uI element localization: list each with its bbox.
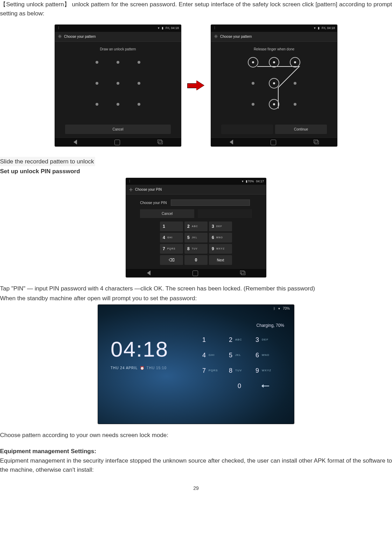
key-6[interactable]: 6MNO — [209, 233, 232, 243]
equip-para: Equipment management in the security int… — [0, 456, 392, 474]
nav-bar — [126, 268, 266, 277]
key-9[interactable]: 9WXYZ — [209, 244, 232, 254]
key-7[interactable]: 7PQRS — [160, 244, 183, 254]
key-5[interactable]: 5JKL — [227, 348, 252, 362]
pattern-screenshots-row: ⋮ ▾ ▮ Fri, 04:18 Choose your pattern Dra… — [0, 25, 392, 146]
continue-button[interactable]: Continue — [275, 125, 327, 134]
key-0[interactable]: 0 — [184, 255, 208, 265]
lock-keypad: 1 2ABC 3DEF 4GHI 5JKL 6MNO 7PQRS 8TUV 9W… — [200, 333, 284, 393]
status-left: ⋮ — [57, 26, 60, 31]
status-bar: ᛒ ▾ 70% — [271, 305, 292, 312]
bt-icon: ᛒ — [273, 306, 275, 311]
charging-text: Charging, 70% — [200, 322, 284, 329]
device-release-pattern: ⋮ ▾ ▮ Fri, 04:18 Choose your pattern Rel… — [211, 25, 337, 146]
key-5[interactable]: 5JKL — [184, 233, 208, 243]
pin-para: Tap "PIN" — input PIN password with 4 ch… — [0, 284, 392, 293]
nav-back-icon[interactable] — [230, 140, 233, 145]
status-bar: ⋮ ▾ ▮70% 04:17 — [126, 178, 266, 185]
status-left: ⋮ — [213, 26, 216, 31]
draw-hint: Draw an unlock pattern — [100, 47, 136, 52]
key-8[interactable]: 8TUV — [184, 244, 208, 254]
wifi-icon: ▾ — [158, 26, 160, 31]
arrow-icon — [187, 81, 205, 90]
lock-left: 04:18 THU 24 APRIL ⏰ THU 15:10 — [111, 333, 168, 371]
lock-date-dup: THU 15:10 — [147, 365, 167, 371]
nav-bar — [211, 138, 337, 146]
device-choose-pin: ⋮ ▾ ▮70% 04:17 Choose your PIN Choose yo… — [126, 178, 266, 277]
intro-paragraph: 【Setting unlock pattern】 unlock pattern … — [0, 0, 392, 18]
nav-back-icon[interactable] — [147, 271, 150, 275]
key-9[interactable]: 9WXYZ — [253, 364, 279, 378]
key-blank — [200, 379, 225, 393]
pin-input[interactable] — [171, 199, 250, 206]
key-2[interactable]: 2ABC — [184, 222, 208, 231]
pattern-grid[interactable] — [91, 56, 145, 111]
cancel-button[interactable] — [221, 125, 273, 134]
status-time: 04:17 — [256, 179, 264, 184]
choose-para: Choose pattern according to your own nee… — [0, 431, 392, 440]
intro-bracket: 【Setting unlock pattern】 — [0, 1, 70, 8]
key-1[interactable]: 1 — [200, 333, 225, 347]
gear-icon — [58, 34, 62, 38]
status-time: Fri, 04:18 — [166, 26, 179, 31]
key-del[interactable]: ⌫ — [160, 255, 183, 265]
status-bar: ⋮ ▾ ▮ Fri, 04:18 — [55, 25, 181, 32]
battery-icon: ▮70% — [246, 179, 254, 184]
key-8[interactable]: 8TUV — [227, 364, 252, 378]
nav-home-icon[interactable] — [271, 140, 276, 145]
title-text: Choose your pattern — [220, 34, 252, 39]
title-bar: Choose your PIN — [126, 185, 266, 195]
title-bar: Choose your pattern — [55, 32, 181, 42]
nav-home-icon[interactable] — [192, 271, 198, 276]
alarm-icon: ⏰ — [140, 365, 145, 371]
slide-note: Slide the recorded pattern to unlock — [0, 157, 392, 167]
lock-date: THU 24 APRIL — [111, 365, 138, 371]
key-3[interactable]: 3DEF — [253, 333, 279, 347]
battery-text: 70% — [283, 306, 290, 311]
nav-home-icon[interactable] — [114, 140, 120, 145]
page-number: 29 — [0, 485, 392, 492]
nav-back-icon[interactable] — [74, 140, 77, 145]
pattern-grid[interactable] — [247, 56, 301, 111]
title-text: Choose your pattern — [64, 34, 96, 39]
pin-heading: Set up unlock PIN password — [0, 167, 392, 176]
key-3[interactable]: 3DEF — [209, 222, 232, 231]
key-0[interactable]: 0 — [227, 379, 252, 393]
title-bar: Choose your pattern — [211, 32, 337, 42]
wifi-icon: ▾ — [242, 179, 244, 184]
continue-button[interactable] — [198, 209, 252, 218]
pin-label: Choose your PIN — [140, 200, 167, 205]
battery-icon: ▮ — [318, 26, 320, 31]
equip-heading: Equipment management Settings: — [0, 447, 392, 456]
battery-icon: ▮ — [162, 26, 163, 31]
key-1[interactable]: 1 — [160, 222, 183, 231]
lock-time: 04:18 — [111, 333, 168, 365]
nav-recent-icon[interactable] — [314, 140, 318, 144]
device-draw-pattern: ⋮ ▾ ▮ Fri, 04:18 Choose your pattern Dra… — [55, 25, 181, 146]
wifi-icon: ▾ — [314, 26, 316, 31]
gear-icon — [129, 188, 133, 192]
pin-keypad: 1 2ABC 3DEF 4GHI 5JKL 6MNO 7PQRS 8TUV 9W… — [160, 222, 232, 265]
back-arrow-icon — [263, 386, 269, 386]
nav-recent-icon[interactable] — [240, 271, 245, 275]
key-2[interactable]: 2ABC — [227, 333, 252, 347]
svg-point-0 — [59, 36, 61, 37]
status-bar: ⋮ ▾ ▮ Fri, 04:18 — [211, 25, 337, 32]
nav-recent-icon[interactable] — [158, 140, 162, 144]
key-back[interactable] — [253, 379, 279, 393]
svg-point-1 — [215, 36, 217, 37]
status-time: Fri, 04:18 — [322, 26, 335, 31]
key-7[interactable]: 7PQRS — [200, 364, 225, 378]
cancel-button[interactable]: Cancel — [140, 209, 194, 218]
title-text: Choose your PIN — [135, 187, 162, 192]
pin-para-2: When the standby machine after open will… — [0, 294, 392, 303]
key-4[interactable]: 4GHI — [200, 348, 225, 362]
wifi-icon: ▾ — [278, 306, 280, 311]
status-left: ⋮ — [128, 179, 131, 184]
device-lockscreen: ᛒ ▾ 70% 04:18 THU 24 APRIL ⏰ THU 15:10 C… — [98, 305, 294, 424]
key-4[interactable]: 4GHI — [160, 233, 183, 243]
key-next[interactable]: Next — [209, 255, 232, 265]
gear-icon — [214, 34, 218, 38]
cancel-button[interactable]: Cancel — [65, 125, 171, 134]
key-6[interactable]: 6MNO — [253, 348, 279, 362]
